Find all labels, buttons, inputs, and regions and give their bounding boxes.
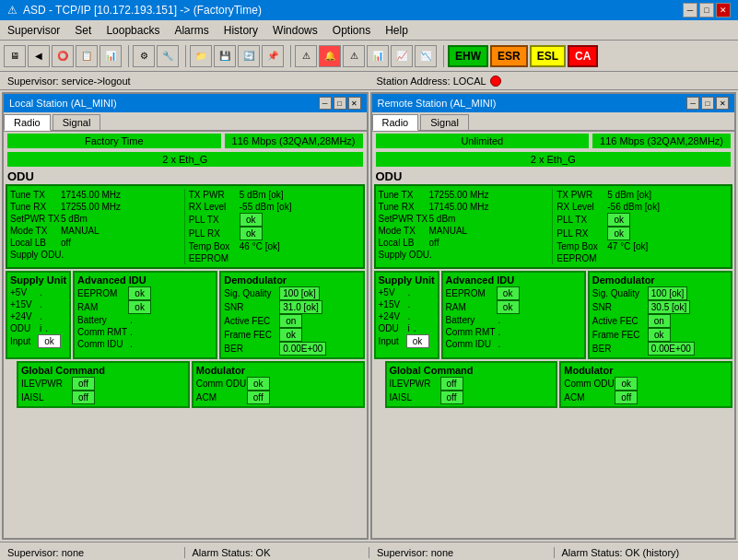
local-tune-rx-row: Tune RX17255.00 MHz xyxy=(10,201,181,213)
local-close[interactable]: ✕ xyxy=(348,97,361,110)
remote-eth: 2 x Eth_G xyxy=(376,152,732,167)
tb-btn-3[interactable]: ⭕ xyxy=(52,45,74,67)
menu-loopbacks[interactable]: Loopbacks xyxy=(99,22,167,39)
tb-btn-4[interactable]: 📋 xyxy=(76,45,98,67)
remote-panel: Remote Station (AL_MINI) ─ □ ✕ Radio Sig… xyxy=(370,92,737,540)
remote-supplyodu-label: Supply ODU xyxy=(379,249,430,261)
local-locallb-val: off xyxy=(61,237,71,249)
remote-global-iaisl-val: off xyxy=(440,391,463,404)
local-mod-acm: ACMoff xyxy=(196,391,360,404)
local-setpwr-row: SetPWR TX5 dBm xyxy=(10,213,181,225)
minimize-button[interactable]: ─ xyxy=(683,3,697,18)
local-adv-commidu-val: . xyxy=(128,338,135,350)
remote-tempbox-row: Temp Box47 °C [ok] xyxy=(556,240,728,252)
remote-supply-odu-dot: . xyxy=(412,322,418,334)
tb-btn-14[interactable]: ⚠ xyxy=(343,45,365,67)
remote-demod-framefec-label: Frame FEC xyxy=(592,329,648,341)
tb-btn-alarm-red[interactable]: 🔔 xyxy=(319,45,341,67)
bottom-supervisor-local: Supervisor: none xyxy=(0,547,185,558)
local-demod-activefec-val: on xyxy=(279,314,302,328)
menu-options[interactable]: Options xyxy=(325,22,378,39)
menu-help[interactable]: Help xyxy=(378,22,416,39)
menu-history[interactable]: History xyxy=(217,22,265,39)
tag-esr[interactable]: ESR xyxy=(490,45,528,67)
menu-alarms[interactable]: Alarms xyxy=(167,22,216,39)
remote-maximize[interactable]: □ xyxy=(701,97,714,110)
remote-supply-input-val: ok xyxy=(406,334,429,348)
title-bar-title: ⚠ ASD - TCP/IP [10.172.193.151] -> (Fact… xyxy=(7,4,262,17)
remote-speed: 116 Mbps (32QAM,28MHz) xyxy=(592,134,731,148)
maximize-button[interactable]: □ xyxy=(699,3,714,18)
remote-mode-label: Mode TX xyxy=(379,225,429,237)
local-supply-unit: Supply Unit +5V. +15V. +24V. ODUi. Input… xyxy=(6,271,71,359)
local-supply-input-label: Input xyxy=(10,335,38,347)
remote-minimize[interactable]: ─ xyxy=(686,97,699,110)
menu-set[interactable]: Set xyxy=(67,22,99,39)
remote-rxlevel-label: RX Level xyxy=(556,201,607,213)
tb-btn-1[interactable]: 🖥 xyxy=(4,45,26,67)
bottom-alarm-local: Alarm Status: OK xyxy=(185,547,370,558)
local-demod-snr: SNR31.0 [ok] xyxy=(224,300,359,314)
tag-ehw[interactable]: EHW xyxy=(448,45,488,67)
local-minimize[interactable]: ─ xyxy=(319,97,332,110)
menu-windows[interactable]: Windows xyxy=(265,22,325,39)
local-tab-radio[interactable]: Radio xyxy=(4,114,51,131)
main-area: Local Station (AL_MINI) ─ □ ✕ Radio Sign… xyxy=(0,90,738,542)
local-tab-signal[interactable]: Signal xyxy=(53,114,101,130)
remote-tab-signal[interactable]: Signal xyxy=(420,114,469,130)
menu-supervisor[interactable]: Supervisor xyxy=(0,22,67,39)
local-panel: Local Station (AL_MINI) ─ □ ✕ Radio Sign… xyxy=(2,92,369,540)
station-label: Station Address: LOCAL xyxy=(377,76,486,87)
tag-ca[interactable]: CA xyxy=(568,45,598,67)
remote-supply-unit: Supply Unit +5V. +15V. +24V. ODUi. Input… xyxy=(374,271,439,359)
local-supplyodu-label: Supply ODU xyxy=(10,249,62,261)
tb-btn-9[interactable]: 💾 xyxy=(214,45,236,67)
tb-btn-2[interactable]: ◀ xyxy=(28,45,50,67)
remote-tab-radio[interactable]: Radio xyxy=(372,114,419,131)
remote-adv-battery-val: . xyxy=(497,314,503,326)
local-plltx-label: PLL TX xyxy=(189,214,240,226)
bottom-alarm-remote: Alarm Status: OK (history) xyxy=(555,547,739,558)
supervisor-status-left: Supervisor: service->logout xyxy=(0,76,369,87)
local-panel-title-bar: Local Station (AL_MINI) ─ □ ✕ xyxy=(4,94,367,112)
tb-btn-10[interactable]: 🔄 xyxy=(238,45,260,67)
local-adv-battery-val: . xyxy=(128,314,135,326)
remote-tune-rx-row: Tune RX17145.00 MHz xyxy=(379,201,549,213)
local-mod-acm-val: off xyxy=(247,391,270,404)
local-setpwr-label: SetPWR TX xyxy=(10,213,61,225)
remote-adv-battery-label: Battery xyxy=(446,314,497,326)
remote-close[interactable]: ✕ xyxy=(716,97,729,110)
remote-global-ilevpwr-val: off xyxy=(440,377,463,391)
remote-tune-rx-val: 17145.00 MHz xyxy=(429,201,489,213)
close-button[interactable]: ✕ xyxy=(716,3,731,18)
tb-btn-15[interactable]: 📊 xyxy=(367,45,389,67)
remote-supply-odu: ODUi. xyxy=(379,322,435,334)
remote-adv-ram: RAMok xyxy=(446,300,581,314)
local-supply-24v-label: +24V xyxy=(10,310,38,322)
local-adv-commrmt-label: Comm RMT xyxy=(77,326,128,338)
tb-btn-6[interactable]: ⚙ xyxy=(133,45,155,67)
local-sub-sections: Supply Unit +5V. +15V. +24V. ODUi. Input… xyxy=(4,271,367,359)
separator-3 xyxy=(287,45,291,67)
local-maximize[interactable]: □ xyxy=(334,97,346,110)
remote-adv-eeprom-label: EEPROM xyxy=(446,287,497,299)
remote-pllrx-label: PLL RX xyxy=(556,228,607,239)
tb-btn-16[interactable]: 📈 xyxy=(391,45,413,67)
remote-supply-title: Supply Unit xyxy=(379,274,435,286)
local-demod-sigqual-val: 100 [ok] xyxy=(279,286,320,300)
local-supplyodu-row: Supply ODU. xyxy=(10,249,181,261)
local-tempbox-val: 46 °C [ok] xyxy=(240,240,280,252)
tb-btn-17[interactable]: 📉 xyxy=(415,45,437,67)
local-rxlevel-val: -55 dBm [ok] xyxy=(240,201,292,213)
tb-btn-11[interactable]: 📌 xyxy=(262,45,284,67)
remote-mod-commodu-label: Comm ODU xyxy=(564,378,615,390)
tb-btn-12[interactable]: ⚠ xyxy=(295,45,317,67)
tb-btn-5[interactable]: 📊 xyxy=(100,45,122,67)
app-title: ASD - TCP/IP [10.172.193.151] -> (Factor… xyxy=(23,4,262,17)
tb-btn-8[interactable]: 📁 xyxy=(190,45,212,67)
tag-esl[interactable]: ESL xyxy=(530,45,566,67)
tb-btn-7[interactable]: 🔧 xyxy=(157,45,179,67)
remote-demod-framefec-val: ok xyxy=(648,328,671,342)
local-pllrx-label: PLL RX xyxy=(189,228,240,239)
local-mod-acm-label: ACM xyxy=(196,391,247,403)
